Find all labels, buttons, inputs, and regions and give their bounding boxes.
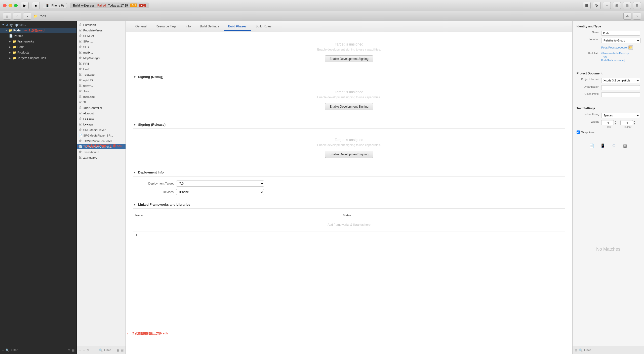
nav-circle-btn[interactable]: ⊙ <box>87 348 97 352</box>
deployment-target-select[interactable]: 7.0 8.0 9.0 10.0 <box>176 181 264 187</box>
nav-item-6[interactable]: 🏛 MapManager <box>77 55 126 61</box>
nav-item-5[interactable]: 🏛 meti●... <box>77 50 126 55</box>
warn-icon-btn[interactable]: ⚠ <box>623 13 631 20</box>
nav-back[interactable]: ‹ <box>13 13 21 20</box>
nav-item-8[interactable]: 🏛 LvoT <box>77 66 126 72</box>
nav-item-0[interactable]: 🏛 EurekaKit <box>77 22 126 28</box>
nav-remove-btn[interactable]: − <box>83 348 85 352</box>
nav-item-17[interactable]: 🏛 L●●●ew <box>77 116 126 122</box>
linked-arrow[interactable]: ▼ <box>133 203 136 206</box>
nav-add-btn[interactable]: + <box>79 348 81 352</box>
sort-btn[interactable]: ⊙ <box>68 348 70 352</box>
tab-resource-tags[interactable]: Resource Tags <box>151 23 181 31</box>
sidebar-toggle[interactable]: ▤ <box>623 2 631 9</box>
project-format-select[interactable]: Xcode 3.2-compatible Xcode 9.3-compatibl… <box>601 78 640 83</box>
tab-info[interactable]: Info <box>181 23 195 31</box>
phone-icon-btn[interactable]: 📱 <box>599 142 606 149</box>
nav-item-11[interactable]: 🏛 tex●m1 <box>77 83 126 88</box>
pods-annotation-text: 1 点击posd <box>29 28 45 33</box>
nav-view-btn[interactable]: ▦ <box>116 348 119 352</box>
location-select[interactable]: Relative to Group Absolute Path Relative… <box>601 38 640 43</box>
devices-select[interactable]: iPhone iPad Universal <box>176 189 264 195</box>
panel-toggle[interactable]: ⊟ <box>633 2 641 9</box>
lf-placeholder: Add frameworks & libraries here <box>135 219 563 231</box>
nav-item-18[interactable]: 🏛 L●●age <box>77 122 126 127</box>
add-btn[interactable]: + <box>2 348 4 352</box>
close-button[interactable] <box>3 4 7 7</box>
nav-item-14[interactable]: 🏛 SL. <box>77 100 126 105</box>
sidebar-item-frameworks[interactable]: ▶ 📁 Frameworks <box>0 39 76 44</box>
indent-up-arrow[interactable]: ▲ <box>633 120 635 123</box>
minimize-button[interactable] <box>9 4 12 7</box>
tab-width-input[interactable] <box>601 120 614 125</box>
nav-item-1[interactable]: 🏛 PopulateMress <box>77 28 126 33</box>
nav-item-4[interactable]: 🏛 SLB. <box>77 44 126 50</box>
nav-item-22[interactable]: 📄 TOWebViewControll... <box>77 144 126 149</box>
sidebar-item-products[interactable]: ▶ 📁 Products <box>0 50 76 55</box>
nav-item-21[interactable]: 🏛 TOWebViewController <box>77 138 126 144</box>
layout-button[interactable]: ⊞ <box>613 2 621 9</box>
signing-debug-arrow[interactable]: ▼ <box>133 75 136 78</box>
sidebar-item-pods-root[interactable]: ▼ 📁 Pods ← 1 点击posd <box>0 28 76 33</box>
name-input[interactable] <box>601 31 640 36</box>
sidebar-toggle-2[interactable]: ⊞ <box>3 13 11 20</box>
nav-item-19[interactable]: 🏛 SRGMediaPlayer <box>77 127 126 133</box>
tab-build-settings[interactable]: Build Settings <box>195 23 224 31</box>
wrap-lines-checkbox[interactable] <box>577 130 580 134</box>
add-framework-btn[interactable]: + <box>135 233 138 237</box>
sidebar-item-pods-sub[interactable]: ▶ 📁 Pods <box>0 44 76 50</box>
nav-item-3[interactable]: 🏛 SPon... <box>77 39 126 44</box>
nav-forward-2[interactable]: › <box>633 13 641 20</box>
inspector-toggle[interactable]: ☰ <box>583 2 591 9</box>
sidebar-item-podfile[interactable]: 📄 Podfile <box>0 33 76 39</box>
nav-item-10[interactable]: 🏛 opHUD <box>77 77 126 83</box>
stop-button[interactable]: ■ <box>32 2 40 9</box>
indent-width-input[interactable] <box>620 120 633 125</box>
indent-using-select[interactable]: Spaces Tabs <box>601 113 640 118</box>
refresh-button[interactable]: ↻ <box>593 2 601 9</box>
nav-item-16[interactable]: 🏛 ●Layout <box>77 111 126 116</box>
circle-icon-btn[interactable]: ⊙ <box>610 142 617 149</box>
nav-forward[interactable]: › <box>23 13 31 20</box>
remove-framework-btn[interactable]: − <box>140 233 142 237</box>
reveal-finder-btn[interactable]: 📂 <box>628 45 633 50</box>
indent-down-arrow[interactable]: ▼ <box>633 123 635 125</box>
tab-up-arrow[interactable]: ▲ <box>614 120 616 123</box>
maximize-button[interactable] <box>14 4 18 7</box>
nav-item-24[interactable]: 🏛 ZXingObjC <box>77 155 126 160</box>
nav-item-12[interactable]: 🏛 .fres. <box>77 88 126 94</box>
enable-signing-debug-btn[interactable]: Enable Development Signing <box>325 103 373 110</box>
signing-debug-title: Signing (Debug) <box>138 75 163 79</box>
view-btn[interactable]: ▦ <box>72 348 74 352</box>
nav-item-7[interactable]: 🏛 RRB <box>77 61 126 66</box>
indent-width-stepper[interactable]: ▲ ▼ <box>633 120 635 125</box>
nav-item-2[interactable]: 🏛 SHMSet <box>77 33 126 39</box>
back-button[interactable]: ← <box>603 2 611 9</box>
enable-signing-release-btn[interactable]: Enable Development Signing <box>325 151 373 158</box>
breadcrumb-label[interactable]: Pods <box>38 14 46 18</box>
deployment-arrow[interactable]: ▼ <box>133 171 136 174</box>
tab-build-rules[interactable]: Build Rules <box>251 23 276 31</box>
nav-item-20[interactable]: 📄 SRGMediaPlayer-SR... <box>77 133 126 138</box>
nav-item-9[interactable]: 🏛 TudLabel <box>77 72 126 77</box>
scheme-selector[interactable]: 📱 iPhone 6s <box>43 3 67 8</box>
grid-icon-btn[interactable]: ▦ <box>621 142 628 149</box>
nav-item-23[interactable]: 🏛 TransitionKit <box>77 149 126 155</box>
rp-add-btn[interactable]: ⊞ <box>575 348 577 352</box>
enable-signing-general-btn[interactable]: Enable Development Signing <box>325 55 373 62</box>
tab-width-stepper[interactable]: ▲ ▼ <box>614 120 616 125</box>
class-prefix-input[interactable] <box>601 92 640 97</box>
nav-item-15[interactable]: 🏛 ●BarController <box>77 105 126 111</box>
tab-build-phases[interactable]: Build Phases <box>224 23 251 31</box>
pods-annotation-arrow: ← <box>24 28 28 33</box>
signing-release-arrow[interactable]: ▼ <box>133 123 136 126</box>
run-button[interactable]: ▶ <box>21 2 29 9</box>
doc-icon-btn[interactable]: 📄 <box>588 142 595 149</box>
tab-general[interactable]: General <box>131 23 151 31</box>
sidebar-item-project[interactable]: ▼ 🗂 kyExpress... <box>0 22 76 28</box>
nav-sort-btn[interactable]: ▤ <box>121 348 124 352</box>
org-input[interactable] <box>601 85 640 90</box>
sidebar-item-targets[interactable]: ▶ 📁 Targets Support Files <box>0 55 76 61</box>
tab-down-arrow[interactable]: ▼ <box>614 123 616 125</box>
nav-item-13[interactable]: 🏛 merLabel <box>77 94 126 100</box>
